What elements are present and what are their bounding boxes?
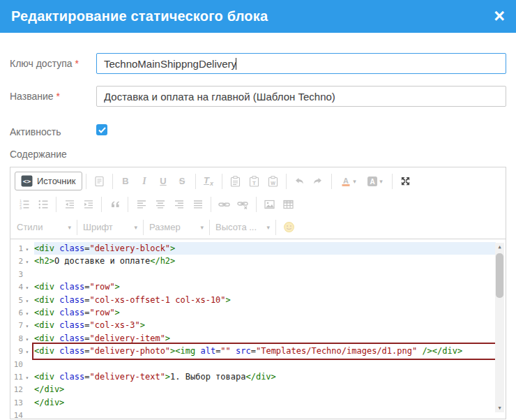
align-center-icon[interactable] bbox=[151, 196, 169, 213]
fold-arrow-icon[interactable]: ▾ bbox=[23, 320, 31, 333]
svg-text:A: A bbox=[370, 177, 375, 185]
modal-header: Редактирование статического блока × bbox=[0, 0, 516, 33]
underline-icon[interactable]: U bbox=[155, 173, 172, 190]
name-row: Название* bbox=[10, 86, 506, 107]
remove-format-icon[interactable]: Tx bbox=[200, 173, 218, 190]
toolbar-separator bbox=[275, 220, 276, 235]
code-line[interactable]: <div class="col-xs-3"> bbox=[34, 319, 496, 331]
content-editor: <>ИсточникBIUSTxTWA▾A▾ 123 Стили▾Шрифт▾Р… bbox=[10, 167, 506, 419]
line-number: 12 bbox=[10, 384, 23, 396]
paste-icon[interactable] bbox=[227, 173, 244, 190]
content-row: Содержание bbox=[10, 149, 506, 160]
code-line[interactable]: <div class="row"> bbox=[34, 306, 496, 319]
size-dropdown[interactable]: Размер▾ bbox=[147, 218, 206, 236]
gutter-line[interactable]: 8▾ bbox=[10, 332, 32, 345]
code-line[interactable]: <div class="col-xs-offset-1 col-xs-10"> bbox=[34, 294, 496, 306]
toolbar-separator bbox=[101, 197, 102, 212]
vertical-scrollbar[interactable]: ▲ ▼ bbox=[495, 243, 504, 412]
gutter-line[interactable]: 1▾ bbox=[10, 242, 32, 255]
scrollbar-down-icon[interactable]: ▼ bbox=[495, 404, 504, 412]
access-key-input[interactable] bbox=[96, 53, 506, 74]
toolbar-separator bbox=[331, 174, 332, 189]
blockquote-icon[interactable] bbox=[106, 196, 123, 213]
line-number: 9 bbox=[10, 345, 23, 358]
gutter-line[interactable]: 4▾ bbox=[10, 280, 32, 293]
gutter-line[interactable]: 7▾ bbox=[10, 319, 32, 331]
smiley-icon[interactable] bbox=[280, 219, 298, 236]
toolbar-row-3: Стили▾Шрифт▾Размер▾Высота ...▾ bbox=[10, 216, 506, 239]
close-icon[interactable]: × bbox=[494, 7, 505, 26]
scrollbar-thumb[interactable] bbox=[496, 253, 503, 298]
paste-word-icon[interactable]: W bbox=[264, 173, 282, 190]
svg-text:A: A bbox=[343, 176, 349, 184]
source-code-area[interactable]: 1▾2▾34▾5▾6▾7▾8▾9▾1011▾121314 <div class=… bbox=[10, 239, 506, 419]
image-icon[interactable] bbox=[261, 196, 278, 213]
redo-icon[interactable] bbox=[310, 173, 327, 190]
font-dropdown[interactable]: Шрифт▾ bbox=[81, 218, 139, 236]
undo-icon[interactable] bbox=[291, 173, 308, 190]
code-lines[interactable]: <div class="delivery-block"><h2>О достав… bbox=[32, 239, 496, 419]
numbered-list-icon[interactable]: 123 bbox=[15, 196, 33, 213]
active-checkbox[interactable] bbox=[96, 124, 107, 135]
italic-icon[interactable]: I bbox=[136, 173, 153, 190]
code-line[interactable]: <h2>О доставке и оплате</h2> bbox=[34, 255, 496, 267]
gutter-line: 12 bbox=[10, 383, 32, 396]
code-line-highlighted[interactable]: <div class="delivery-photo"><img alt="" … bbox=[34, 345, 496, 357]
code-line[interactable] bbox=[34, 358, 496, 370]
code-line[interactable]: </div> bbox=[34, 383, 496, 396]
text-color-icon[interactable]: A▾ bbox=[336, 173, 361, 190]
modal-title: Редактирование статического блока bbox=[11, 8, 268, 24]
name-label: Название* bbox=[10, 86, 96, 102]
strike-icon[interactable]: S bbox=[174, 173, 191, 190]
lineheight-dropdown[interactable]: Высота ...▾ bbox=[213, 218, 272, 236]
line-number: 2 bbox=[10, 255, 23, 268]
toolbar-separator bbox=[222, 174, 222, 189]
bold-icon[interactable]: B bbox=[117, 173, 135, 190]
bg-color-icon[interactable]: A▾ bbox=[363, 173, 388, 190]
gutter-line[interactable]: 11▾ bbox=[10, 370, 32, 383]
text-cursor bbox=[236, 58, 236, 70]
toolbar-separator bbox=[143, 220, 144, 235]
check-icon bbox=[98, 127, 106, 133]
line-number: 5 bbox=[10, 294, 23, 307]
maximize-icon[interactable] bbox=[397, 173, 414, 190]
fold-arrow-icon[interactable]: ▾ bbox=[23, 346, 31, 359]
align-left-icon[interactable] bbox=[132, 196, 150, 213]
name-input[interactable] bbox=[96, 86, 506, 107]
table-icon[interactable] bbox=[280, 196, 297, 213]
code-line[interactable]: </div> bbox=[34, 396, 496, 409]
svg-text:3: 3 bbox=[20, 206, 22, 210]
code-line[interactable]: <div class="delivery-block"> bbox=[34, 242, 496, 255]
gutter-line[interactable]: 2▾ bbox=[10, 255, 32, 267]
outdent-icon[interactable] bbox=[61, 196, 78, 213]
required-asterisk: * bbox=[75, 58, 79, 69]
access-key-label: Ключ доступа* bbox=[10, 53, 96, 69]
svg-text:<>: <> bbox=[23, 177, 31, 185]
gutter-line[interactable]: 6▾ bbox=[10, 306, 32, 319]
toolbar-separator bbox=[112, 174, 113, 189]
gutter-line[interactable]: 5▾ bbox=[10, 294, 32, 306]
code-line[interactable] bbox=[34, 268, 496, 280]
templates-icon[interactable] bbox=[91, 173, 108, 190]
access-key-field bbox=[96, 53, 506, 74]
fold-arrow-icon[interactable]: ▾ bbox=[23, 282, 31, 294]
line-number: 14 bbox=[10, 410, 23, 419]
source-button[interactable]: <>Источник bbox=[15, 172, 82, 190]
line-number-gutter: 1▾2▾34▾5▾6▾7▾8▾9▾1011▾121314 bbox=[10, 239, 32, 419]
code-line[interactable]: <div class="delivery-item"> bbox=[34, 332, 496, 345]
scrollbar-up-icon[interactable]: ▲ bbox=[495, 243, 504, 251]
line-number: 4 bbox=[10, 281, 23, 294]
indent-icon[interactable] bbox=[79, 196, 97, 213]
paste-text-icon[interactable]: T bbox=[245, 173, 263, 190]
styles-dropdown[interactable]: Стили▾ bbox=[15, 218, 73, 236]
unlink-icon[interactable] bbox=[234, 196, 252, 213]
bulleted-list-icon[interactable] bbox=[34, 196, 52, 213]
link-icon[interactable] bbox=[215, 196, 233, 213]
align-justify-icon[interactable] bbox=[189, 196, 206, 213]
align-right-icon[interactable] bbox=[170, 196, 188, 213]
required-asterisk: * bbox=[56, 91, 60, 102]
code-line[interactable]: <div class="delivery-text">1. Выбор това… bbox=[34, 370, 496, 383]
code-line[interactable] bbox=[34, 409, 496, 419]
gutter-line[interactable]: 9▾ bbox=[10, 345, 32, 357]
code-line[interactable]: <div class="row"> bbox=[34, 280, 496, 293]
